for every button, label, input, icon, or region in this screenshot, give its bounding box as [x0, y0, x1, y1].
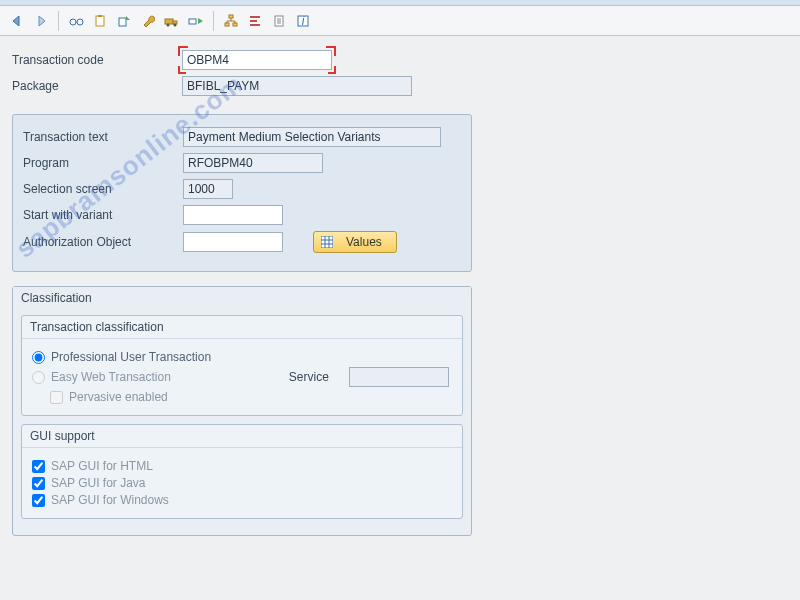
radio-easyweb-label: Easy Web Transaction	[51, 370, 171, 384]
program-field: RFOBPM40	[183, 153, 323, 173]
transport-icon[interactable]	[161, 10, 183, 32]
glasses-icon[interactable]	[65, 10, 87, 32]
gui-support-group: GUI support SAP GUI for HTML SAP GUI for…	[21, 424, 463, 519]
svg-point-11	[167, 23, 170, 26]
transaction-text-field: Payment Medium Selection Variants	[183, 127, 441, 147]
checkbox-gui-java-input[interactable]	[32, 477, 45, 490]
info-icon[interactable]: i	[292, 10, 314, 32]
details-panel: Transaction text Payment Medium Selectio…	[12, 114, 472, 272]
svg-rect-9	[165, 19, 173, 24]
radio-professional[interactable]: Professional User Transaction	[32, 350, 452, 364]
svg-text:i: i	[302, 14, 305, 28]
svg-point-2	[70, 19, 76, 25]
program-label: Program	[23, 156, 183, 170]
svg-marker-1	[39, 16, 45, 26]
clipboard-icon[interactable]	[89, 10, 111, 32]
radio-easyweb-input[interactable]	[32, 371, 45, 384]
checkbox-pervasive[interactable]: Pervasive enabled	[50, 390, 452, 404]
page-icon[interactable]	[268, 10, 290, 32]
svg-rect-15	[229, 15, 233, 18]
auth-object-field[interactable]	[183, 232, 283, 252]
transaction-code-label: Transaction code	[12, 53, 182, 67]
checkbox-pervasive-input[interactable]	[50, 391, 63, 404]
checkbox-gui-java-label: SAP GUI for Java	[51, 476, 145, 490]
checkbox-gui-windows[interactable]: SAP GUI for Windows	[32, 493, 452, 507]
start-variant-field[interactable]	[183, 205, 283, 225]
values-button-label: Values	[346, 235, 382, 249]
forward-icon[interactable]	[30, 10, 52, 32]
checkbox-gui-windows-input[interactable]	[32, 494, 45, 507]
package-label: Package	[12, 79, 182, 93]
transaction-text-label: Transaction text	[23, 130, 183, 144]
radio-easyweb[interactable]: Easy Web Transaction	[32, 370, 171, 384]
export-icon[interactable]	[113, 10, 135, 32]
checkbox-gui-html-input[interactable]	[32, 460, 45, 473]
svg-rect-7	[119, 18, 126, 26]
svg-rect-31	[321, 236, 333, 248]
svg-rect-13	[189, 19, 196, 24]
svg-rect-17	[233, 23, 237, 26]
values-button[interactable]: Values	[313, 231, 397, 253]
gui-support-title: GUI support	[22, 425, 462, 448]
start-variant-label: Start with variant	[23, 208, 183, 222]
selection-screen-label: Selection screen	[23, 182, 183, 196]
truck-arrow-icon[interactable]	[185, 10, 207, 32]
align-icon[interactable]	[244, 10, 266, 32]
svg-rect-16	[225, 23, 229, 26]
svg-rect-6	[98, 15, 102, 17]
checkbox-gui-html-label: SAP GUI for HTML	[51, 459, 153, 473]
back-icon[interactable]	[6, 10, 28, 32]
checkbox-gui-windows-label: SAP GUI for Windows	[51, 493, 169, 507]
checkbox-gui-java[interactable]: SAP GUI for Java	[32, 476, 452, 490]
transaction-code-field[interactable]: OBPM4	[182, 50, 332, 70]
tx-classification-title: Transaction classification	[22, 316, 462, 339]
svg-point-3	[77, 19, 83, 25]
checkbox-gui-html[interactable]: SAP GUI for HTML	[32, 459, 452, 473]
radio-professional-input[interactable]	[32, 351, 45, 364]
auth-object-label: Authorization Object	[23, 235, 183, 249]
package-field: BFIBL_PAYM	[182, 76, 412, 96]
svg-rect-5	[96, 16, 104, 26]
svg-marker-0	[13, 16, 19, 26]
hierarchy-icon[interactable]	[220, 10, 242, 32]
selection-screen-field: 1000	[183, 179, 233, 199]
service-field	[349, 367, 449, 387]
svg-point-12	[174, 23, 177, 26]
toolbar: i	[0, 6, 800, 36]
radio-professional-label: Professional User Transaction	[51, 350, 211, 364]
classification-title: Classification	[13, 287, 471, 309]
tx-classification-group: Transaction classification Professional …	[21, 315, 463, 416]
svg-marker-8	[126, 16, 130, 20]
table-icon	[320, 235, 334, 249]
svg-marker-14	[198, 18, 203, 24]
service-label: Service	[289, 370, 329, 384]
wrench-icon[interactable]	[137, 10, 159, 32]
checkbox-pervasive-label: Pervasive enabled	[69, 390, 168, 404]
classification-group: Classification Transaction classificatio…	[12, 286, 472, 536]
